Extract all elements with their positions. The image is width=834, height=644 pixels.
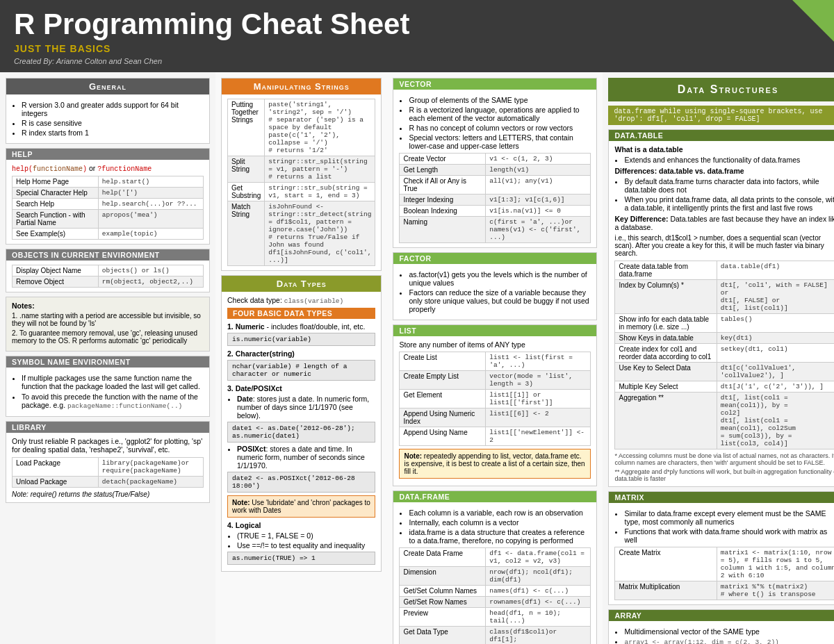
- ds-top-note: data.frame while using single-square bra…: [608, 106, 834, 125]
- middle-column: Manipulating Strings Putting Together St…: [215, 72, 387, 644]
- list-item: Internally, each column is a vector: [409, 518, 591, 527]
- character-code: nchar(variable) # length of a character …: [227, 360, 375, 381]
- date1-code: date1 <- as.Date('2012-06-28');as.numeri…: [227, 422, 375, 443]
- list-table: Create List list1 <- list(first = 'a', .…: [399, 352, 591, 446]
- table-row: See Example(s) example(topic): [13, 229, 204, 240]
- factor-section: FACTOR as.factor(v1) gets you the levels…: [393, 252, 597, 320]
- table-row: Match String isJohnFound <- stringr::str…: [228, 201, 375, 266]
- factor-bullets: as.factor(v1) gets you the levels which …: [399, 270, 591, 313]
- list-item: By default data.frame turns character da…: [624, 177, 834, 194]
- table-row: Create List list1 <- list(first = 'a', .…: [400, 352, 591, 371]
- list-item: Special vectors: letters and LETTERS, th…: [409, 133, 591, 150]
- matrix-heading: MATRIX: [609, 492, 834, 503]
- help-content: help(functionName) or ?functionName Help…: [6, 160, 209, 244]
- vector-content: Group of elements of the SAME type R is …: [393, 90, 596, 247]
- datatable-footnote1: * Accessing columns must be done via lis…: [614, 452, 834, 466]
- list-item: idata.frame is a data structure that cre…: [409, 528, 591, 545]
- list-item: R is a vectorized language, operations a…: [409, 106, 591, 122]
- list-item: Similar to data.frame except every eleme…: [624, 509, 834, 526]
- symbol-heading: SYMBOL NAME ENVIRONMENT: [6, 356, 209, 368]
- table-row: Get Substring stringr::str_sub(string = …: [228, 183, 375, 201]
- table-row: Create Empty List vector(mode = 'list', …: [400, 371, 591, 390]
- table-row: Get Data Type class(df1$col1)or df1[1];: [400, 627, 591, 644]
- list-item: Extends and enhances the functionality o…: [624, 156, 834, 164]
- manip-strings-section: Manipulating Strings Putting Together St…: [221, 78, 382, 271]
- list-item: If multiple packages use the same functi…: [22, 374, 204, 390]
- objects-section: OBJECTS in current environment Display O…: [6, 249, 210, 292]
- symbol-bullets: If multiple packages use the same functi…: [12, 374, 204, 410]
- table-row: Split String stringr::str_split(string =…: [228, 156, 375, 183]
- library-section: LIBRARY Only trust reliable R packages i…: [6, 421, 210, 503]
- datatable-what-bullets: Extends and enhances the functionality o…: [614, 156, 834, 164]
- data-types-heading: Data Types: [222, 276, 381, 292]
- data-types-section: Data Types Check data type: class(variab…: [221, 275, 382, 572]
- page-title: R Programming Cheat Sheet: [14, 8, 820, 40]
- corner-triangle: [792, 0, 834, 42]
- table-row: Get Length length(v1): [400, 165, 591, 176]
- vector-table: Create Vector v1 <- c(1, 2, 3) Get Lengt…: [399, 153, 591, 243]
- general-heading: General: [6, 79, 209, 94]
- list-item: Group of elements of the SAME type: [409, 96, 591, 104]
- matrix-table: Create Matrix matrix1 <- matrix(1:10, nr…: [614, 547, 834, 600]
- numeric-code: is.numeric(variable): [227, 333, 375, 346]
- table-row: Remove Object rm(object1, object2,..): [13, 276, 204, 288]
- table-row: Putting Together Strings paste('string1'…: [228, 99, 375, 156]
- left-column: General R version 3.0 and greater adds s…: [0, 72, 215, 644]
- table-row: Search Help help.search(...)or ??...: [13, 199, 204, 210]
- table-row: Naming c(first = 'a', ...)ornames(v1) <-…: [400, 217, 591, 243]
- table-row: Display Object Name objects() or ls(): [13, 265, 204, 276]
- table-row: Get/Set Column Names names(df1) <- c(...…: [400, 586, 591, 597]
- datatable-key-note: i.e., this search, dt1$col1 > number, do…: [614, 234, 834, 257]
- help-table: Help Home Page help.start() Special Char…: [12, 176, 204, 240]
- list-item: array1 <- array(1:12, dim = c(2, 3, 2)): [624, 637, 834, 644]
- library-table: Load Package library(packageName)orrequi…: [12, 457, 204, 488]
- list-desc: Store any number of items of ANY type: [399, 340, 591, 349]
- objects-content: Display Object Name objects() or ls() Re…: [6, 261, 209, 292]
- table-row: Special Character Help help('['): [13, 188, 204, 199]
- table-row: Dimension nrow(df1); ncol(df1); dim(df1): [400, 567, 591, 586]
- array-content: Multidimensional vector of the SAME type…: [609, 621, 834, 644]
- note-2: 2. To guarantee memory removal, use 'gc'…: [12, 329, 204, 345]
- table-row: Index by Column(s) * dt1[, 'col1', with …: [615, 280, 834, 314]
- array-section: ARRAY Multidimensional vector of the SAM…: [608, 609, 834, 644]
- table-row: Create Vector v1 <- c(1, 2, 3): [400, 154, 591, 165]
- mid-right-column: VECTOR Group of elements of the SAME typ…: [387, 72, 603, 644]
- notes-section: Notes: 1. .name starting with a period a…: [6, 297, 210, 352]
- type-date: 3. Date/POSIXct Date: stores just a date…: [227, 384, 375, 518]
- manip-strings-content: Putting Together Strings paste('string1'…: [222, 94, 381, 270]
- type-logical: 4. Logical (TRUE = 1, FALSE = 0) Use ==/…: [227, 521, 375, 565]
- table-row: Get/Set Row Names rownames(df1) <- c(...…: [400, 597, 591, 608]
- datatable-section: DATA.TABLE What is a data.table Extends …: [608, 129, 834, 487]
- help-command: help(functionName) or ?functionName: [12, 164, 204, 173]
- list-item: R index starts from 1: [22, 129, 204, 137]
- help-section: HELP help(functionName) or ?functionName…: [6, 148, 210, 245]
- table-row: Get Element list1[[1]] or list1[['first'…: [400, 390, 591, 408]
- table-row: Multiple Key Select dt1[J('1', c('2', '3…: [615, 381, 834, 393]
- list-item: Date: stores just a date. In numeric for…: [237, 395, 375, 420]
- table-row: Show Keys in data.table key(dt1): [615, 333, 834, 344]
- vector-heading: VECTOR: [393, 79, 596, 90]
- type-character: 2. Character(string) nchar(variable) # l…: [227, 349, 375, 381]
- list-note: Note: repeatedly appending to list, vect…: [399, 449, 591, 479]
- page: R Programming Cheat Sheet JUST THE BASIC…: [0, 0, 834, 644]
- four-types-heading: FOUR BASIC DATA TYPES: [227, 308, 375, 319]
- library-text: Only trust reliable R packages i.e., 'gg…: [12, 437, 204, 454]
- type-numeric: 1. Numeric - includes float/double, int,…: [227, 322, 375, 346]
- dataframe-bullets: Each column is a variable, each row is a…: [399, 509, 591, 545]
- vector-section: VECTOR Group of elements of the SAME typ…: [393, 78, 597, 248]
- far-right-column: Data Structures data.frame while using s…: [603, 72, 834, 644]
- list-item: Use ==/!= to test equality and inequalit…: [237, 541, 375, 550]
- dataframe-content: Each column is a variable, each row is a…: [393, 502, 596, 644]
- list-item: R version 3.0 and greater adds support f…: [22, 101, 204, 117]
- library-content: Only trust reliable R packages i.e., 'gg…: [6, 433, 209, 502]
- date-note: Note: Use 'lubridate' and 'chron' packag…: [227, 495, 375, 518]
- dataframe-section: DATA.FRAME Each column is a variable, ea…: [393, 490, 597, 644]
- table-row: Use Key to Select Data dt1[c('collValue1…: [615, 363, 834, 381]
- list-heading: LIST: [393, 325, 596, 336]
- datatable-table: Create data.table from data.frame data.t…: [614, 261, 834, 449]
- table-row: Aggregation ** dt1[, list(col1 =mean(col…: [615, 393, 834, 449]
- table-row: Show info for each data.table in memory …: [615, 314, 834, 333]
- list-item: R has no concept of column vectors or ro…: [409, 124, 591, 132]
- general-bullets: R version 3.0 and greater adds support f…: [12, 101, 204, 137]
- general-section: General R version 3.0 and greater adds s…: [6, 78, 210, 144]
